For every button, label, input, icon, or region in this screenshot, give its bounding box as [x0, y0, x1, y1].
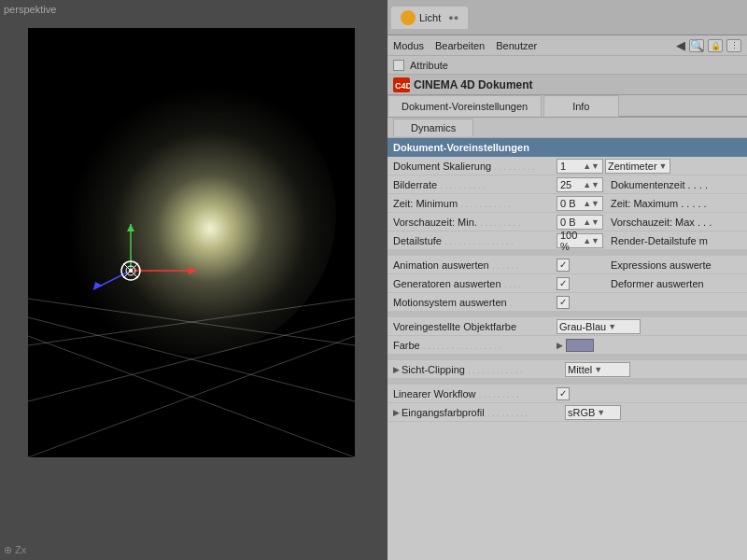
svg-marker-9	[127, 224, 134, 231]
lock-icon[interactable]: 🔒	[708, 39, 723, 52]
bilderrate-input[interactable]: 25 ▲▼	[557, 177, 603, 192]
viewport-label: perspektive	[4, 4, 56, 15]
prop-right-expressions: Expressions auswerte	[611, 259, 741, 271]
transform-gizmo	[75, 224, 205, 317]
eingang-triangle-icon: ▶	[393, 408, 400, 417]
prop-generatoren: Generatoren auswerten .... ✓ Deformer au…	[388, 274, 747, 293]
prop-value-bilderrate: 25 ▲▼	[557, 177, 603, 192]
tab-buttons: Dokument-Voreinstellungen Info	[388, 95, 747, 118]
prop-label-zeit-min: Zeit: Minimum ...........	[393, 198, 557, 209]
prop-label-skalierung: Dokument Skalierung .........	[393, 161, 557, 172]
svg-point-16	[129, 269, 133, 273]
attribute-checkbox[interactable]	[393, 60, 404, 71]
prop-label-detailstufe: Detailstufe ...............	[393, 235, 557, 246]
tab-dokument[interactable]: Dokument-Voreinstellungen	[388, 95, 542, 117]
more-icon[interactable]: ⋮	[726, 39, 741, 52]
attr-bar: Attribute	[388, 56, 747, 75]
prop-label-animation: Animation auswerten ......	[393, 259, 557, 271]
prop-label-vorschauzeit-min: Vorschauzeit: Min. .........	[393, 217, 557, 228]
prop-label-generatoren: Generatoren auswerten ....	[393, 278, 557, 289]
right-panel: Licht ●● Modus Bearbeiten Benutzer ◀ 🔍 🔒…	[388, 0, 747, 560]
objektfarbe-dropdown[interactable]: Grau-Blau ▼	[557, 319, 641, 334]
section-header: Dokument-Voreinstellungen	[388, 138, 747, 157]
dynamics-bar: Dynamics	[388, 118, 747, 138]
licht-tab[interactable]: Licht ●●	[391, 7, 468, 29]
animation-checkbox[interactable]: ✓	[557, 259, 570, 272]
generatoren-checkbox[interactable]: ✓	[557, 277, 570, 290]
prop-label-motionsystem: Motionsystem auswerten .	[393, 297, 557, 308]
svg-text:C4D: C4D	[395, 81, 410, 91]
prop-animation: Animation auswerten ...... ✓ Expressions…	[388, 256, 747, 274]
prop-value-skalierung: 1 ▲▼ Zentimeter ▼	[557, 159, 670, 174]
tab-dots: ●●	[448, 13, 458, 22]
search-icon[interactable]: 🔍	[689, 39, 704, 52]
prop-dokument-skalierung: Dokument Skalierung ......... 1 ▲▼ Zenti…	[388, 157, 747, 175]
prop-label-bilderrate: Bilderrate ..........	[393, 179, 557, 190]
licht-label: Licht	[419, 12, 441, 23]
tab-dynamics[interactable]: Dynamics	[393, 119, 473, 136]
vorschauzeit-min-input[interactable]: 0 B ▲▼	[557, 215, 603, 230]
top-bar: Licht ●●	[388, 0, 747, 35]
prop-value-zeit-min: 0 B ▲▼	[557, 196, 603, 211]
menu-bar: Modus Bearbeiten Benutzer ◀ 🔍 🔒 ⋮	[388, 35, 747, 56]
viewport-bottom-label: ⊕ Zx	[4, 544, 26, 556]
menu-modus[interactable]: Modus	[393, 40, 424, 51]
menu-bearbeiten[interactable]: Bearbeiten	[435, 40, 485, 51]
prop-right-deformer: Deformer auswerten	[611, 278, 741, 289]
prop-linearer-workflow: Linearer Workflow ......... ✓	[388, 385, 747, 403]
prop-label-eingang: Eingangsfarbprofil .........	[402, 407, 565, 418]
tab-info[interactable]: Info	[543, 95, 618, 117]
prop-eingang: ▶ Eingangsfarbprofil ......... sRGB ▼	[388, 403, 747, 422]
prop-farbe: Farbe ................. ▶	[388, 336, 747, 355]
prop-zeit-min: Zeit: Minimum ........... 0 B ▲▼ Zeit: M…	[388, 194, 747, 213]
svg-marker-11	[93, 282, 103, 289]
arrow-left-icon: ◀	[676, 38, 685, 52]
licht-icon	[401, 10, 416, 25]
attribute-label: Attribute	[410, 60, 448, 71]
cinema-icon: C4D	[393, 77, 410, 92]
prop-label-sicht: Sicht-Clipping ............	[402, 364, 565, 375]
section-title: Dokument-Voreinstellungen	[393, 142, 529, 153]
skalierung-input[interactable]: 1 ▲▼	[557, 159, 603, 174]
properties-panel: Dokument Skalierung ......... 1 ▲▼ Zenti…	[388, 157, 747, 560]
prop-value-vorschauzeit-min: 0 B ▲▼	[557, 215, 603, 230]
prop-objektfarbe: Voreingestellte Objektfarbe Grau-Blau ▼	[388, 317, 747, 336]
linearer-checkbox[interactable]: ✓	[557, 387, 570, 400]
zeit-min-input[interactable]: 0 B ▲▼	[557, 196, 603, 211]
detailstufe-input[interactable]: 100 % ▲▼	[557, 233, 603, 248]
svg-marker-7	[189, 267, 196, 274]
viewport: perspektive ⊕ Zx	[0, 0, 388, 560]
sicht-triangle-icon: ▶	[393, 365, 400, 374]
cinema-label: CINEMA 4D Dokument	[414, 78, 533, 91]
prop-right-vorschauzeit-max: Vorschauzeit: Max . . .	[611, 217, 741, 228]
prop-detailstufe: Detailstufe ............... 100 % ▲▼ Ren…	[388, 231, 747, 250]
prop-label-farbe: Farbe .................	[393, 340, 557, 351]
prop-label-objektfarbe: Voreingestellte Objektfarbe	[393, 321, 557, 332]
prop-label-linearer: Linearer Workflow .........	[393, 388, 557, 399]
prop-value-detailstufe: 100 % ▲▼	[557, 233, 603, 248]
prop-sicht-clipping: ▶ Sicht-Clipping ............ Mittel ▼	[388, 360, 747, 379]
prop-right-render-detail: Render-Detailstufe m	[611, 235, 741, 246]
motionsystem-checkbox[interactable]: ✓	[557, 296, 570, 309]
prop-right-zeit-max: Zeit: Maximum . . . . .	[611, 198, 741, 209]
menu-benutzer[interactable]: Benutzer	[496, 40, 537, 51]
prop-motionsystem: Motionsystem auswerten . ✓	[388, 293, 747, 312]
prop-bilderrate: Bilderrate .......... 25 ▲▼ Dokumentenze…	[388, 175, 747, 194]
eingang-dropdown[interactable]: sRGB ▼	[565, 405, 621, 420]
zentimeter-dropdown[interactable]: Zentimeter ▼	[605, 159, 670, 174]
sicht-dropdown[interactable]: Mittel ▼	[565, 362, 630, 377]
prop-right-bilderrate: Dokumentenzeit . . . .	[611, 179, 741, 190]
menu-arrow: ◀ 🔍 🔒 ⋮	[676, 38, 741, 52]
cinema-bar: C4D CINEMA 4D Dokument	[388, 75, 747, 95]
farbe-swatch[interactable]	[566, 339, 594, 352]
